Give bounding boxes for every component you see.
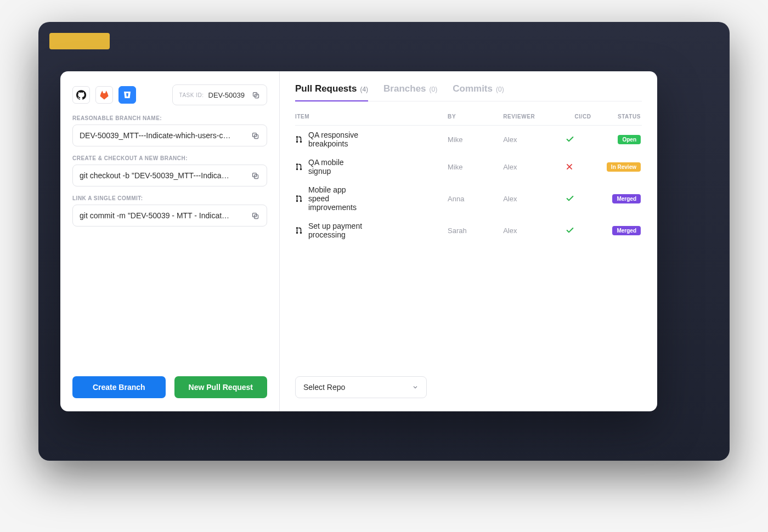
pr-by: Mike <box>448 153 503 180</box>
bitbucket-provider-button[interactable] <box>118 86 136 104</box>
svg-point-9 <box>296 141 298 143</box>
svg-point-13 <box>300 168 302 171</box>
copy-branch-name-button[interactable] <box>247 127 263 144</box>
svg-point-19 <box>296 227 298 229</box>
svg-point-16 <box>296 195 298 197</box>
tab-label: Pull Requests <box>295 83 357 94</box>
commit-value: git commit -m "DEV-50039 - MTT - Indicat… <box>80 211 247 220</box>
tab-pull-requests[interactable]: Pull Requests (4) <box>295 83 368 101</box>
pr-by: Mike <box>448 126 503 154</box>
check-icon <box>566 226 600 235</box>
svg-point-10 <box>300 141 302 143</box>
pr-title: QA mobile signup <box>308 158 362 176</box>
git-modal: TASK ID: DEV-50039 REASONABLE BRANCH NAM… <box>60 71 657 411</box>
th-by: BY <box>448 111 503 126</box>
table-row[interactable]: Mobile app speed improvementsAnnaAlexMer… <box>295 180 642 217</box>
pull-request-icon <box>295 135 303 143</box>
tabs: Pull Requests (4) Branches (0) Commits (… <box>295 83 642 101</box>
checkout-value: git checkout -b "DEV-50039_MTT---Indica… <box>80 171 247 180</box>
svg-point-21 <box>300 232 302 234</box>
pr-title: Set up payment processing <box>308 222 362 239</box>
th-status: STATUS <box>600 111 642 126</box>
svg-point-12 <box>296 168 298 171</box>
tab-count: (0) <box>430 86 438 93</box>
branch-name-field: DEV-50039_MTT---Indicate-which-users-c… <box>72 124 267 146</box>
copy-icon <box>252 91 260 99</box>
status-badge: Merged <box>612 194 641 203</box>
pull-requests-table: ITEM BY REVIEWER CI/CD STATUS QA respons… <box>295 111 642 244</box>
copy-task-id-button[interactable] <box>249 88 262 101</box>
checkout-field: git checkout -b "DEV-50039_MTT---Indica… <box>72 165 267 186</box>
copy-icon <box>251 132 259 140</box>
tab-branches[interactable]: Branches (0) <box>383 83 437 101</box>
th-reviewer: REVIEWER <box>503 111 566 126</box>
task-id-box: TASK ID: DEV-50039 <box>172 84 267 105</box>
task-id-value: DEV-50039 <box>208 91 245 99</box>
copy-icon <box>251 212 259 220</box>
check-icon <box>566 135 600 144</box>
tab-count: (0) <box>496 86 504 93</box>
provider-row: TASK ID: DEV-50039 <box>72 84 267 105</box>
github-provider-button[interactable] <box>72 86 90 104</box>
checkout-label: CREATE & CHECKOUT A NEW BRANCH: <box>72 155 267 161</box>
pull-request-icon <box>295 227 303 234</box>
th-cicd: CI/CD <box>566 111 600 126</box>
svg-point-11 <box>296 163 298 166</box>
branch-name-label: REASONABLE BRANCH NAME: <box>72 115 267 121</box>
create-branch-button[interactable]: Create Branch <box>72 376 166 398</box>
pr-title: Mobile app speed improvements <box>308 185 362 212</box>
pr-reviewer: Alex <box>503 153 566 180</box>
pr-reviewer: Alex <box>503 217 566 244</box>
pr-reviewer: Alex <box>503 180 566 217</box>
commit-field: git commit -m "DEV-50039 - MTT - Indicat… <box>72 205 267 227</box>
gitlab-provider-button[interactable] <box>95 86 113 104</box>
github-icon <box>76 90 86 100</box>
table-row[interactable]: Set up payment processingSarahAlexMerged <box>295 217 642 244</box>
task-id-label: TASK ID: <box>179 92 204 98</box>
svg-point-8 <box>296 136 298 138</box>
svg-point-17 <box>296 200 298 202</box>
pr-reviewer: Alex <box>503 126 566 154</box>
copy-commit-button[interactable] <box>247 207 263 224</box>
bitbucket-icon <box>123 90 132 99</box>
cross-icon <box>566 163 600 171</box>
pr-by: Anna <box>448 180 503 217</box>
pr-title: QA responsive breakpoints <box>308 131 362 148</box>
svg-point-20 <box>296 232 298 234</box>
copy-checkout-button[interactable] <box>247 167 263 184</box>
table-row[interactable]: QA responsive breakpointsMikeAlexOpen <box>295 126 642 154</box>
right-pane: Pull Requests (4) Branches (0) Commits (… <box>280 71 657 411</box>
tab-count: (4) <box>360 86 368 93</box>
tab-commits[interactable]: Commits (0) <box>453 83 504 101</box>
new-pull-request-button[interactable]: New Pull Request <box>174 376 268 398</box>
right-footer: Select Repo <box>295 376 642 398</box>
commit-label: LINK A SINGLE COMMIT: <box>72 195 267 201</box>
status-badge: In Review <box>607 162 641 172</box>
svg-point-18 <box>300 200 302 202</box>
pull-request-icon <box>295 163 303 171</box>
branch-name-value: DEV-50039_MTT---Indicate-which-users-c… <box>80 131 247 140</box>
pull-request-icon <box>295 195 303 202</box>
left-footer: Create Branch New Pull Request <box>72 376 267 398</box>
check-icon <box>566 194 600 203</box>
status-badge: Merged <box>612 226 641 235</box>
left-pane: TASK ID: DEV-50039 REASONABLE BRANCH NAM… <box>60 71 280 411</box>
tab-label: Branches <box>383 83 426 94</box>
pr-by: Sarah <box>448 217 503 244</box>
gitlab-icon <box>99 90 109 100</box>
chevron-down-icon <box>412 384 419 390</box>
th-item: ITEM <box>295 111 448 126</box>
tab-label: Commits <box>453 83 493 94</box>
copy-icon <box>251 172 259 180</box>
select-repo-label: Select Repo <box>303 383 345 392</box>
table-row[interactable]: QA mobile signupMikeAlexIn Review <box>295 153 642 180</box>
status-badge: Open <box>618 135 641 144</box>
select-repo-dropdown[interactable]: Select Repo <box>295 376 427 398</box>
